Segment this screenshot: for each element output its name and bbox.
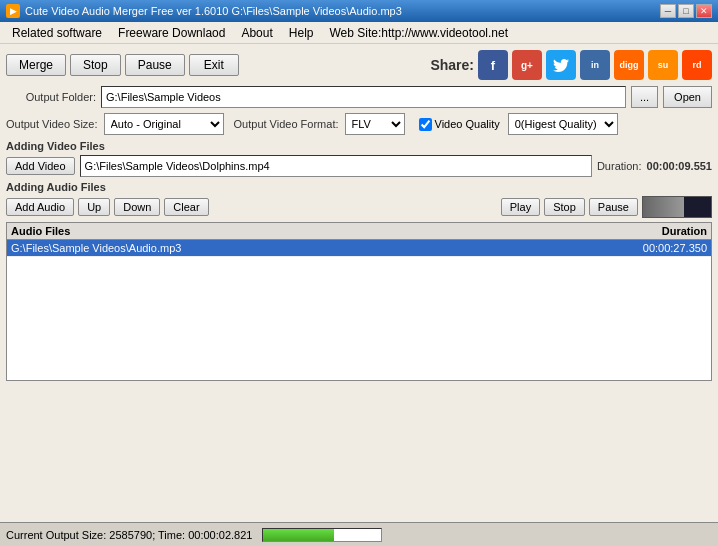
stop-button[interactable]: Stop: [70, 54, 121, 76]
menu-website[interactable]: Web Site:http://www.videotool.net: [321, 24, 516, 42]
status-text: Current Output Size: 2585790; Time: 00:0…: [6, 529, 252, 541]
video-file-row: Add Video Duration: 00:00:09.551: [6, 155, 712, 177]
adding-video-section-label: Adding Video Files: [6, 140, 712, 152]
output-folder-label: Output Folder:: [6, 91, 96, 103]
video-quality-checkbox[interactable]: [419, 118, 432, 131]
audio-toolbar: Add Audio Up Down Clear Play Stop Pause: [6, 196, 712, 218]
main-toolbar: Merge Stop Pause Exit Share: f g+ in dig…: [6, 50, 712, 80]
status-progress-bar: [262, 528, 382, 542]
delicious-button[interactable]: in: [580, 50, 610, 80]
googleplus-button[interactable]: g+: [512, 50, 542, 80]
audio-duration: 00:00:27.350: [617, 242, 707, 254]
video-quality-label: Video Quality: [435, 118, 500, 130]
main-content: Merge Stop Pause Exit Share: f g+ in dig…: [0, 44, 718, 522]
audio-table-body: G:\Files\Sample Videos\Audio.mp3 00:00:2…: [7, 240, 711, 380]
merge-button[interactable]: Merge: [6, 54, 66, 76]
audio-progress-bar: [642, 196, 712, 218]
facebook-button[interactable]: f: [478, 50, 508, 80]
share-label: Share:: [430, 57, 474, 73]
output-video-size-select[interactable]: Auto - Original: [104, 113, 224, 135]
twitter-button[interactable]: [546, 50, 576, 80]
down-button[interactable]: Down: [114, 198, 160, 216]
output-format-select[interactable]: FLV: [345, 113, 405, 135]
col-header-file: Audio Files: [11, 225, 617, 237]
output-folder-row: Output Folder: ... Open: [6, 86, 712, 108]
status-progress-fill: [263, 529, 334, 541]
menu-about[interactable]: About: [233, 24, 280, 42]
audio-table-header: Audio Files Duration: [7, 223, 711, 240]
browse-button[interactable]: ...: [631, 86, 658, 108]
video-quality-checkbox-label: Video Quality: [419, 118, 500, 131]
video-size-row: Output Video Size: Auto - Original Outpu…: [6, 113, 712, 135]
menu-related-software[interactable]: Related software: [4, 24, 110, 42]
menu-freeware-download[interactable]: Freeware Downlaod: [110, 24, 233, 42]
status-bar: Current Output Size: 2585790; Time: 00:0…: [0, 522, 718, 546]
title-bar: ▶ Cute Video Audio Merger Free ver 1.601…: [0, 0, 718, 22]
menu-bar: Related software Freeware Downlaod About…: [0, 22, 718, 44]
audio-stop-button[interactable]: Stop: [544, 198, 585, 216]
add-video-button[interactable]: Add Video: [6, 157, 75, 175]
duration-value: 00:00:09.551: [647, 160, 712, 172]
col-header-duration: Duration: [617, 225, 707, 237]
table-row[interactable]: G:\Files\Sample Videos\Audio.mp3 00:00:2…: [7, 240, 711, 257]
digg-button[interactable]: digg: [614, 50, 644, 80]
pause-button[interactable]: Pause: [125, 54, 185, 76]
audio-progress-fill: [643, 197, 684, 217]
audio-pause-button[interactable]: Pause: [589, 198, 638, 216]
up-button[interactable]: Up: [78, 198, 110, 216]
app-icon: ▶: [6, 4, 20, 18]
exit-button[interactable]: Exit: [189, 54, 239, 76]
output-format-label: Output Video Format:: [234, 118, 339, 130]
share-area: Share: f g+ in digg su rd: [430, 50, 712, 80]
output-video-size-label: Output Video Size:: [6, 118, 98, 130]
audio-file-path: G:\Files\Sample Videos\Audio.mp3: [11, 242, 617, 254]
title-text: Cute Video Audio Merger Free ver 1.6010 …: [25, 5, 402, 17]
menu-help[interactable]: Help: [281, 24, 322, 42]
maximize-button[interactable]: □: [678, 4, 694, 18]
audio-files-table: Audio Files Duration G:\Files\Sample Vid…: [6, 222, 712, 381]
output-folder-input[interactable]: [101, 86, 626, 108]
add-audio-button[interactable]: Add Audio: [6, 198, 74, 216]
video-file-input[interactable]: [80, 155, 592, 177]
window-controls: ─ □ ✕: [660, 4, 712, 18]
duration-label: Duration:: [597, 160, 642, 172]
close-button[interactable]: ✕: [696, 4, 712, 18]
clear-button[interactable]: Clear: [164, 198, 208, 216]
stumbleupon-button[interactable]: su: [648, 50, 678, 80]
minimize-button[interactable]: ─: [660, 4, 676, 18]
adding-audio-section-label: Adding Audio Files: [6, 181, 712, 193]
play-button[interactable]: Play: [501, 198, 540, 216]
video-quality-select[interactable]: 0(Higest Quality): [508, 113, 618, 135]
open-button[interactable]: Open: [663, 86, 712, 108]
reddit-button[interactable]: rd: [682, 50, 712, 80]
